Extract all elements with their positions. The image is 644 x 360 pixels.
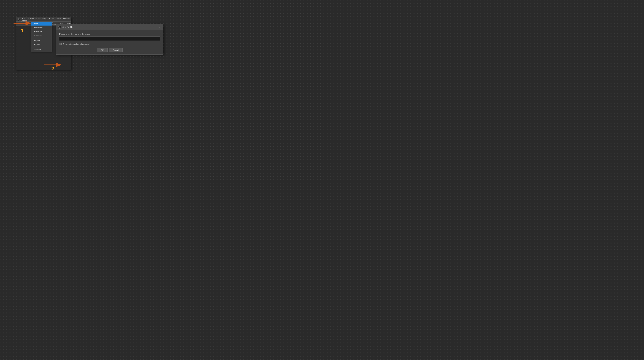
dropdown-item-duplicate[interactable]: Duplicate <box>32 26 52 30</box>
step-2-label: 2 <box>52 66 54 71</box>
auto-config-checkbox-row: ✓ Show auto-configuration wizard <box>59 43 160 45</box>
checkmark-icon: ✓ <box>32 49 34 51</box>
dialog-ok-button[interactable]: OK <box>97 48 108 52</box>
dropdown-item-import[interactable]: Import <box>32 39 52 43</box>
svg-point-2 <box>18 20 19 20</box>
dialog-cancel-button[interactable]: Cancel <box>109 48 122 52</box>
auto-config-checkbox[interactable]: ✓ <box>59 43 62 45</box>
dialog-titlebar: Add Profile ✕ <box>56 24 163 30</box>
dropdown-item-export[interactable]: Export <box>32 43 52 47</box>
dialog-prompt-label: Please enter the name of the profile <box>59 33 160 35</box>
add-profile-dialog: Add Profile ✕ Please enter the name of t… <box>56 24 163 55</box>
svg-point-9 <box>60 27 60 27</box>
dropdown-separator-1 <box>32 38 52 38</box>
dialog-body: Please enter the name of the profile ✓ S… <box>56 30 163 55</box>
dropdown-item-new[interactable]: New <box>32 22 52 26</box>
profile-name-input[interactable] <box>59 37 160 41</box>
dialog-title: Add Profile <box>62 26 158 28</box>
step-1-label: 1 <box>21 28 24 33</box>
dropdown-item-untitled[interactable]: ✓Untitled <box>32 48 52 52</box>
profile-dropdown-menu: New Duplicate Rename Remove Import Expor… <box>31 22 52 52</box>
dropdown-item-remove: Remove <box>32 33 52 37</box>
dialog-button-row: OK Cancel <box>59 48 160 52</box>
dropdown-item-rename[interactable]: Rename <box>32 30 52 33</box>
dialog-close-button[interactable]: ✕ <box>158 25 161 29</box>
dialog-app-icon <box>58 26 61 29</box>
auto-config-label: Show auto-configuration wizard <box>63 43 90 45</box>
arrow-1 <box>14 21 32 26</box>
